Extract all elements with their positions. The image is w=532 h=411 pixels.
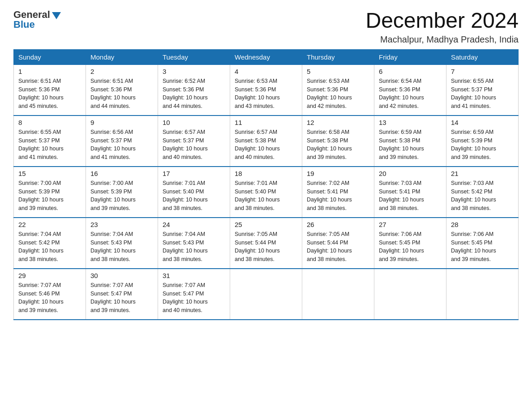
day-number: 2 — [90, 68, 153, 75]
day-info: Sunrise: 7:07 AMSunset: 5:47 PMDaylight:… — [163, 281, 225, 315]
day-cell — [374, 269, 446, 320]
day-number: 7 — [451, 68, 514, 75]
day-info: Sunrise: 7:06 AMSunset: 5:45 PMDaylight:… — [379, 230, 442, 264]
day-number: 15 — [18, 170, 81, 177]
day-info: Sunrise: 7:05 AMSunset: 5:44 PMDaylight:… — [307, 230, 369, 264]
day-number: 27 — [379, 221, 442, 228]
day-number: 24 — [163, 221, 225, 228]
day-info: Sunrise: 6:53 AMSunset: 5:36 PMDaylight:… — [307, 77, 369, 111]
day-info: Sunrise: 7:01 AMSunset: 5:40 PMDaylight:… — [235, 179, 297, 213]
calendar-table: SundayMondayTuesdayWednesdayThursdayFrid… — [13, 49, 519, 320]
week-row-1: 1Sunrise: 6:51 AMSunset: 5:36 PMDaylight… — [14, 64, 519, 116]
day-cell: 13Sunrise: 6:59 AMSunset: 5:38 PMDayligh… — [374, 116, 446, 167]
day-info: Sunrise: 7:05 AMSunset: 5:44 PMDaylight:… — [235, 230, 297, 264]
day-cell: 18Sunrise: 7:01 AMSunset: 5:40 PMDayligh… — [230, 167, 302, 218]
day-number: 20 — [379, 170, 442, 177]
day-number: 9 — [90, 119, 153, 126]
day-info: Sunrise: 7:04 AMSunset: 5:43 PMDaylight:… — [90, 230, 153, 264]
day-cell: 17Sunrise: 7:01 AMSunset: 5:40 PMDayligh… — [158, 167, 230, 218]
day-info: Sunrise: 7:02 AMSunset: 5:41 PMDaylight:… — [307, 179, 369, 213]
day-cell: 26Sunrise: 7:05 AMSunset: 5:44 PMDayligh… — [302, 218, 374, 269]
day-number: 26 — [307, 221, 369, 228]
day-cell: 20Sunrise: 7:03 AMSunset: 5:41 PMDayligh… — [374, 167, 446, 218]
day-cell — [302, 269, 374, 320]
day-number: 12 — [307, 119, 369, 126]
day-cell: 15Sunrise: 7:00 AMSunset: 5:39 PMDayligh… — [14, 167, 86, 218]
day-cell — [446, 269, 519, 320]
day-cell: 27Sunrise: 7:06 AMSunset: 5:45 PMDayligh… — [374, 218, 446, 269]
day-cell: 11Sunrise: 6:57 AMSunset: 5:38 PMDayligh… — [230, 116, 302, 167]
logo: General Blue — [13, 9, 61, 30]
weekday-header-wednesday: Wednesday — [230, 49, 302, 64]
day-cell: 19Sunrise: 7:02 AMSunset: 5:41 PMDayligh… — [302, 167, 374, 218]
day-cell: 29Sunrise: 7:07 AMSunset: 5:46 PMDayligh… — [14, 269, 86, 320]
week-row-5: 29Sunrise: 7:07 AMSunset: 5:46 PMDayligh… — [14, 269, 519, 320]
month-title: December 2024 — [365, 9, 519, 33]
week-row-3: 15Sunrise: 7:00 AMSunset: 5:39 PMDayligh… — [14, 167, 519, 218]
day-cell: 24Sunrise: 7:04 AMSunset: 5:43 PMDayligh… — [158, 218, 230, 269]
day-info: Sunrise: 6:57 AMSunset: 5:38 PMDaylight:… — [235, 128, 297, 162]
weekday-header-row: SundayMondayTuesdayWednesdayThursdayFrid… — [14, 49, 519, 64]
day-info: Sunrise: 6:58 AMSunset: 5:38 PMDaylight:… — [307, 128, 369, 162]
day-cell: 31Sunrise: 7:07 AMSunset: 5:47 PMDayligh… — [158, 269, 230, 320]
week-row-2: 8Sunrise: 6:55 AMSunset: 5:37 PMDaylight… — [14, 116, 519, 167]
day-number: 10 — [163, 119, 225, 126]
day-cell: 6Sunrise: 6:54 AMSunset: 5:36 PMDaylight… — [374, 64, 446, 116]
weekday-header-saturday: Saturday — [446, 49, 519, 64]
day-info: Sunrise: 6:59 AMSunset: 5:38 PMDaylight:… — [379, 128, 442, 162]
day-number: 11 — [235, 119, 297, 126]
day-cell: 4Sunrise: 6:53 AMSunset: 5:36 PMDaylight… — [230, 64, 302, 116]
day-info: Sunrise: 6:51 AMSunset: 5:36 PMDaylight:… — [90, 77, 153, 111]
day-cell: 30Sunrise: 7:07 AMSunset: 5:47 PMDayligh… — [86, 269, 158, 320]
day-cell: 28Sunrise: 7:06 AMSunset: 5:45 PMDayligh… — [446, 218, 519, 269]
day-number: 3 — [163, 68, 225, 75]
day-cell: 23Sunrise: 7:04 AMSunset: 5:43 PMDayligh… — [86, 218, 158, 269]
week-row-4: 22Sunrise: 7:04 AMSunset: 5:42 PMDayligh… — [14, 218, 519, 269]
day-cell: 12Sunrise: 6:58 AMSunset: 5:38 PMDayligh… — [302, 116, 374, 167]
day-info: Sunrise: 6:51 AMSunset: 5:36 PMDaylight:… — [18, 77, 81, 111]
day-info: Sunrise: 7:07 AMSunset: 5:47 PMDaylight:… — [90, 281, 153, 315]
day-number: 28 — [451, 221, 514, 228]
weekday-header-thursday: Thursday — [302, 49, 374, 64]
day-cell: 21Sunrise: 7:03 AMSunset: 5:42 PMDayligh… — [446, 167, 519, 218]
logo-blue-text: Blue — [13, 19, 35, 30]
day-info: Sunrise: 6:57 AMSunset: 5:37 PMDaylight:… — [163, 128, 225, 162]
day-number: 4 — [235, 68, 297, 75]
day-info: Sunrise: 6:59 AMSunset: 5:39 PMDaylight:… — [451, 128, 514, 162]
day-cell: 8Sunrise: 6:55 AMSunset: 5:37 PMDaylight… — [14, 116, 86, 167]
day-number: 22 — [18, 221, 81, 228]
day-cell: 5Sunrise: 6:53 AMSunset: 5:36 PMDaylight… — [302, 64, 374, 116]
day-info: Sunrise: 6:56 AMSunset: 5:37 PMDaylight:… — [90, 128, 153, 162]
day-info: Sunrise: 6:55 AMSunset: 5:37 PMDaylight:… — [451, 77, 514, 111]
location-title: Machalpur, Madhya Pradesh, India — [365, 34, 519, 45]
day-cell: 1Sunrise: 6:51 AMSunset: 5:36 PMDaylight… — [14, 64, 86, 116]
day-number: 19 — [307, 170, 369, 177]
day-cell: 7Sunrise: 6:55 AMSunset: 5:37 PMDaylight… — [446, 64, 519, 116]
day-number: 23 — [90, 221, 153, 228]
day-info: Sunrise: 7:03 AMSunset: 5:41 PMDaylight:… — [379, 179, 442, 213]
logo-arrow-icon — [52, 12, 61, 19]
day-number: 16 — [90, 170, 153, 177]
title-block: December 2024 Machalpur, Madhya Pradesh,… — [365, 9, 519, 45]
day-number: 31 — [163, 272, 225, 279]
day-cell: 10Sunrise: 6:57 AMSunset: 5:37 PMDayligh… — [158, 116, 230, 167]
day-info: Sunrise: 7:04 AMSunset: 5:43 PMDaylight:… — [163, 230, 225, 264]
weekday-header-monday: Monday — [86, 49, 158, 64]
day-cell: 16Sunrise: 7:00 AMSunset: 5:39 PMDayligh… — [86, 167, 158, 218]
day-cell: 3Sunrise: 6:52 AMSunset: 5:36 PMDaylight… — [158, 64, 230, 116]
day-cell: 25Sunrise: 7:05 AMSunset: 5:44 PMDayligh… — [230, 218, 302, 269]
day-info: Sunrise: 7:01 AMSunset: 5:40 PMDaylight:… — [163, 179, 225, 213]
day-number: 14 — [451, 119, 514, 126]
day-number: 1 — [18, 68, 81, 75]
day-number: 30 — [90, 272, 153, 279]
day-info: Sunrise: 7:00 AMSunset: 5:39 PMDaylight:… — [90, 179, 153, 213]
day-number: 29 — [18, 272, 81, 279]
day-number: 8 — [18, 119, 81, 126]
day-cell: 9Sunrise: 6:56 AMSunset: 5:37 PMDaylight… — [86, 116, 158, 167]
day-number: 17 — [163, 170, 225, 177]
page-header: General Blue December 2024 Machalpur, Ma… — [13, 9, 519, 45]
day-cell — [230, 269, 302, 320]
day-info: Sunrise: 7:07 AMSunset: 5:46 PMDaylight:… — [18, 281, 81, 315]
day-info: Sunrise: 7:06 AMSunset: 5:45 PMDaylight:… — [451, 230, 514, 264]
day-info: Sunrise: 7:04 AMSunset: 5:42 PMDaylight:… — [18, 230, 81, 264]
